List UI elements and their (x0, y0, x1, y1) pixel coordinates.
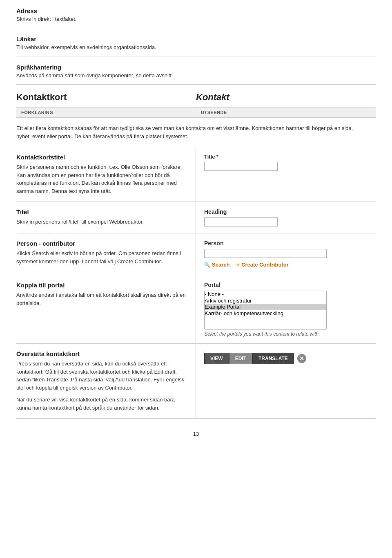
close-button[interactable]: ✕ (297, 354, 306, 363)
title-input[interactable] (204, 162, 278, 171)
search-label: Search (212, 262, 229, 268)
page-number: 13 (16, 431, 376, 437)
titel-left: Titel Skriv in personens roll/titel, til… (16, 202, 196, 233)
portal-row: Koppla till portal Används endast i enst… (16, 275, 376, 344)
kontaktkortstitel-right: Title (196, 147, 376, 202)
portal-title: Koppla till portal (16, 282, 187, 289)
intro-row: Ett eller flera kontaktkort skapas för a… (16, 118, 376, 147)
col-label-forklaring: Förklaring (16, 108, 196, 117)
portal-option-arkiv[interactable]: Arkiv och registratur (205, 298, 326, 304)
kontaktkortstitel-desc: Skriv personens namn och ev funktion, t.… (16, 163, 187, 195)
create-label: Create Contributor (241, 262, 289, 268)
portal-right: Portal - None - Arkiv och registratur Ex… (196, 275, 376, 343)
oversatta-title: Översätta kontaktkort (16, 350, 187, 357)
oversatta-left: Översätta kontaktkort Precis som du kan … (16, 344, 196, 418)
titel-right: Heading (196, 202, 376, 233)
oversatta-desc1: Precis som du kan översätta en sida, kan… (16, 360, 187, 392)
person-title: Person - contributor (16, 240, 187, 247)
person-left: Person - contributor Klicka Search eller… (16, 233, 196, 275)
lankar-desc: Till webbsidor, exempelvis en avdelnings… (16, 44, 376, 50)
portal-listbox[interactable]: - None - Arkiv och registratur Example P… (204, 291, 327, 329)
edit-button[interactable]: EDIT (229, 353, 252, 364)
translate-ui-container: VIEW EDIT TRANSLATE ✕ (204, 353, 376, 364)
title-field-label: Title (204, 154, 376, 160)
intro-desc: Ett eller flera kontaktkort skapas för a… (16, 118, 376, 147)
sprakhantering-desc: Används på samma sätt som övriga kompone… (16, 72, 376, 78)
heading-label: Heading (204, 208, 376, 215)
oversatta-row: Översätta kontaktkort Precis som du kan … (16, 344, 376, 419)
sprakhantering-title: Språkhantering (16, 64, 376, 71)
oversatta-desc2: När du senare vill visa kontaktkortet på… (16, 396, 187, 412)
heading-input[interactable] (204, 217, 278, 226)
lankar-title: Länkar (16, 36, 376, 43)
titel-title: Titel (16, 208, 187, 215)
kontaktkort-main-title: Kontaktkort (16, 92, 188, 103)
create-contributor-button[interactable]: + Create Contributor (236, 261, 288, 268)
person-right: Person 🔍 Search + Create Contributor (196, 233, 376, 275)
portal-left: Koppla till portal Används endast i enst… (16, 275, 196, 343)
plus-icon: + (236, 261, 240, 268)
titel-desc: Skriv in personens roll/titel, till exem… (16, 218, 187, 226)
person-actions: 🔍 Search + Create Contributor (204, 261, 376, 268)
portal-desc: Används endast i enstaka fall om ett kon… (16, 291, 187, 307)
portal-option-none[interactable]: - None - (205, 291, 326, 298)
person-input[interactable] (204, 249, 327, 258)
page-container: Adress Skrivs in direkt i textfältet. Lä… (0, 0, 392, 453)
search-icon: 🔍 (204, 262, 210, 268)
translate-button[interactable]: TRANSLATE (252, 353, 294, 364)
view-button[interactable]: VIEW (204, 353, 229, 364)
search-button[interactable]: 🔍 Search (204, 262, 229, 268)
translate-buttons: VIEW EDIT TRANSLATE ✕ (204, 353, 376, 364)
kontaktkortstitel-title: Kontaktkortstitel (16, 154, 187, 161)
kontaktkortstitel-left: Kontaktkortstitel Skriv personens namn o… (16, 147, 196, 202)
kontaktkort-header: Kontaktkort Kontakt (16, 85, 376, 108)
titel-row: Titel Skriv in personens roll/titel, til… (16, 202, 376, 233)
lankar-section: Länkar Till webbsidor, exempelvis en avd… (16, 28, 376, 56)
person-desc: Klicka Search eller skriv in början på o… (16, 249, 187, 265)
oversatta-right: VIEW EDIT TRANSLATE ✕ (196, 344, 376, 418)
adress-title: Adress (16, 7, 376, 14)
portal-label: Portal (204, 282, 376, 288)
intro-desc-text: Ett eller flera kontaktkort skapas för a… (16, 124, 368, 140)
kontaktkort-header-left: Kontaktkort (16, 92, 196, 103)
adress-section: Adress Skrivs in direkt i textfältet. (16, 0, 376, 28)
person-label: Person (204, 240, 376, 247)
col-labels-row: Förklaring Utseende (16, 108, 376, 118)
portal-option-karriar[interactable]: Karriär- och kompetensutveckling (205, 310, 326, 317)
portal-note: Select the portals you want this content… (204, 331, 376, 337)
col-label-utseende: Utseende (196, 108, 376, 117)
portal-option-example[interactable]: Example Portal (205, 304, 326, 310)
kontaktkort-header-right: Kontakt (196, 92, 376, 103)
sprakhantering-section: Språkhantering Används på samma sätt som… (16, 56, 376, 85)
adress-desc: Skrivs in direkt i textfältet. (16, 16, 376, 22)
person-row: Person - contributor Klicka Search eller… (16, 233, 376, 275)
kontaktkortstitel-row: Kontaktkortstitel Skriv personens namn o… (16, 147, 376, 202)
kontaktkort-right-title: Kontakt (196, 92, 376, 103)
